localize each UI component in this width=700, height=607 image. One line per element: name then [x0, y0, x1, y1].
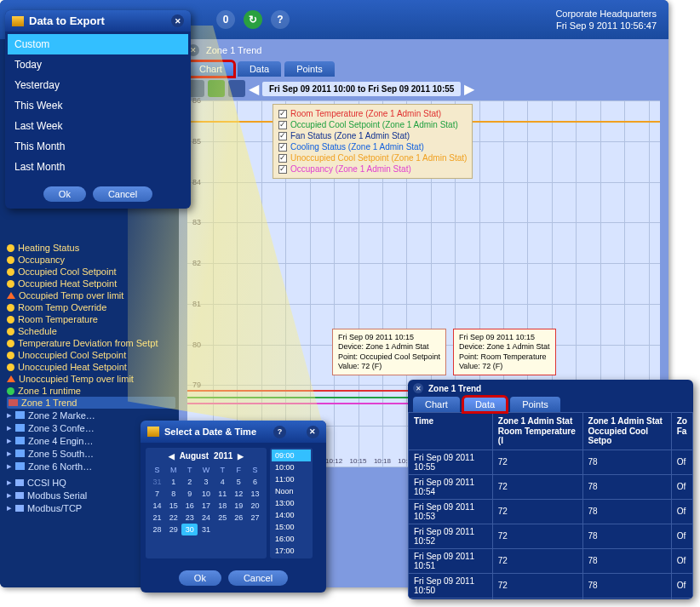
calendar-day[interactable]: 20 [247, 500, 263, 512]
time-slot[interactable]: 09:00 [272, 450, 311, 461]
time-list[interactable]: 09:0010:0011:00Noon13:0014:0015:0016:001… [270, 448, 313, 558]
calendar-grid[interactable]: SMTWTFS 31123456789101112131415161718192… [149, 464, 263, 535]
export-option[interactable]: This Week [8, 95, 188, 116]
tree-item[interactable]: Unoccupied Cool Setpoint [7, 349, 175, 361]
table-row[interactable]: Fri Sep 09 2011 10:507278Of [409, 573, 693, 598]
legend-item[interactable]: Cooling Status (Zone 1 Admin Stat) [278, 141, 467, 152]
calendar-day[interactable]: 2 [181, 476, 198, 488]
ok-button[interactable]: Ok [179, 570, 221, 586]
checkbox-icon[interactable] [278, 165, 287, 174]
tab-chart[interactable]: Chart [187, 61, 234, 77]
data-table[interactable]: Time Zone 1 Admin StatRoom Temperature (… [408, 412, 693, 599]
table-row[interactable]: Fri Sep 09 2011 10:497278Of [409, 598, 693, 599]
alert-badge[interactable]: 0 [216, 10, 235, 29]
calendar-day[interactable]: 31 [198, 524, 214, 535]
calendar-day[interactable]: 23 [181, 512, 198, 524]
time-slot[interactable]: 14:00 [272, 509, 311, 521]
checkbox-icon[interactable] [278, 121, 287, 129]
export-icon[interactable] [208, 80, 225, 97]
ok-button[interactable]: Ok [43, 186, 86, 202]
calendar-day[interactable]: 19 [231, 500, 247, 512]
tree-item[interactable]: Zone 1 Trend [7, 397, 175, 409]
calendar-day[interactable]: 21 [149, 512, 165, 524]
export-option[interactable]: Last Week [8, 116, 188, 136]
checkbox-icon[interactable] [278, 110, 287, 118]
time-slot[interactable]: 10:00 [272, 461, 311, 473]
export-option[interactable]: Custom [8, 34, 188, 54]
calendar-day[interactable]: 3 [198, 476, 214, 488]
calendar-day[interactable]: 28 [149, 524, 165, 535]
tree-item[interactable]: Zone 1 runtime [7, 385, 175, 397]
table-row[interactable]: Fri Sep 09 2011 10:547278Of [409, 474, 693, 499]
refresh-chart-icon[interactable] [228, 80, 245, 97]
export-option[interactable]: Last Month [8, 157, 188, 177]
next-month-icon[interactable]: ▶ [238, 452, 244, 461]
tab-points[interactable]: Points [510, 397, 560, 412]
calendar-day[interactable]: 16 [181, 500, 198, 512]
time-slot[interactable]: Noon [272, 485, 311, 497]
calendar-day[interactable]: 31 [149, 476, 165, 488]
close-icon[interactable]: ✕ [307, 426, 319, 438]
calendar-day[interactable]: 14 [149, 500, 165, 512]
tree-item[interactable]: Heating Status [7, 242, 175, 254]
close-icon[interactable]: ✕ [413, 383, 423, 393]
col-roomtemp[interactable]: Zone 1 Admin StatRoom Temperature (I [492, 413, 582, 450]
calendar-day[interactable]: 1 [165, 476, 181, 488]
date-range[interactable]: Fri Sep 09 2011 10:00 to Fri Sep 09 2011… [262, 82, 461, 96]
tab-points[interactable]: Points [284, 61, 335, 77]
tree-item[interactable]: Room Temperature [7, 313, 175, 325]
calendar-day[interactable]: 30 [181, 524, 198, 535]
table-row[interactable]: Fri Sep 09 2011 10:537278Of [409, 499, 693, 524]
legend-item[interactable]: Room Temperature (Zone 1 Admin Stat) [278, 108, 467, 119]
calendar-day[interactable]: 6 [247, 476, 263, 488]
calendar-day[interactable]: 4 [215, 476, 231, 488]
tree-item[interactable]: Room Temp Override [7, 301, 175, 313]
tree-item[interactable]: Occupancy [7, 254, 175, 266]
close-icon[interactable]: ✕ [171, 14, 184, 27]
col-time[interactable]: Time [409, 413, 493, 450]
time-slot[interactable]: 15:00 [272, 521, 311, 533]
export-option[interactable]: This Month [8, 136, 188, 157]
cancel-button[interactable]: Cancel [228, 570, 288, 586]
tree-item[interactable]: Temperature Deviation from Setpt [7, 337, 175, 349]
tab-data[interactable]: Data [463, 397, 507, 412]
checkbox-icon[interactable] [278, 143, 287, 152]
calendar-day[interactable]: 17 [198, 500, 214, 512]
calendar-day[interactable]: 15 [165, 500, 181, 512]
table-row[interactable]: Fri Sep 09 2011 10:517278Of [409, 548, 693, 573]
help-icon[interactable]: ? [273, 426, 286, 438]
calendar-day[interactable]: 9 [181, 488, 198, 500]
tree-item[interactable]: Unoccupied Heat Setpoint [7, 361, 175, 373]
table-row[interactable]: Fri Sep 09 2011 10:527278Of [409, 524, 693, 548]
time-slot[interactable]: 16:00 [272, 533, 311, 545]
calendar-day[interactable]: 10 [198, 488, 214, 500]
calendar-day[interactable]: 12 [231, 488, 247, 500]
refresh-icon[interactable]: ↻ [244, 10, 262, 29]
range-next-icon[interactable]: ▶ [464, 81, 474, 97]
calendar-day[interactable]: 26 [231, 512, 247, 524]
calendar-day[interactable]: 18 [215, 500, 231, 512]
tree-item[interactable]: Occupied Heat Setpoint [7, 278, 175, 289]
tree-folder[interactable]: ▸Zone 2 Marke… [7, 409, 175, 421]
calendar-day[interactable]: 24 [198, 512, 214, 524]
calendar-day[interactable]: 27 [247, 512, 263, 524]
time-slot[interactable]: 13:00 [272, 497, 311, 509]
prev-month-icon[interactable]: ◀ [169, 452, 175, 461]
checkbox-icon[interactable] [278, 132, 287, 140]
calendar-day[interactable]: 5 [231, 476, 247, 488]
tab-data[interactable]: Data [238, 61, 281, 77]
legend-item[interactable]: Fan Status (Zone 1 Admin Stat) [278, 130, 467, 141]
col-fan[interactable]: ZoFa [671, 413, 692, 450]
export-option[interactable]: Yesterday [8, 75, 188, 95]
tree-item[interactable]: Occupied Temp over limit [7, 289, 175, 301]
calendar-day[interactable]: 7 [149, 488, 165, 500]
legend-item[interactable]: Occupied Cool Setpoint (Zone 1 Admin Sta… [278, 119, 467, 130]
legend-item[interactable]: Unoccupied Cool Setpoint (Zone 1 Admin S… [278, 152, 467, 163]
calendar-day[interactable]: 13 [247, 488, 263, 500]
calendar-day[interactable]: 25 [215, 512, 231, 524]
range-prev-icon[interactable]: ◀ [249, 81, 259, 97]
export-option[interactable]: Today [8, 54, 188, 75]
calendar-day[interactable]: 11 [215, 488, 231, 500]
tree-item[interactable]: Occupied Cool Setpoint [7, 266, 175, 278]
checkbox-icon[interactable] [278, 154, 287, 163]
